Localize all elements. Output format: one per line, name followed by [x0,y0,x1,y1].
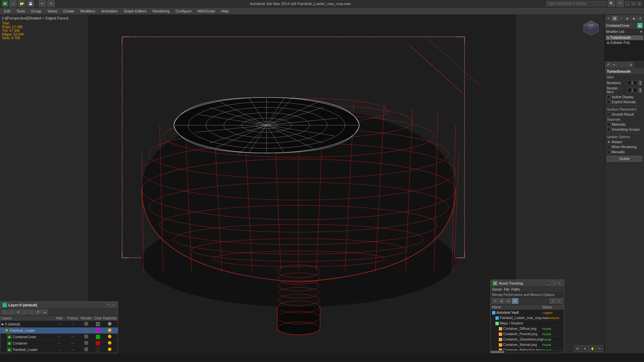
at-scrollbar[interactable] [491,350,564,353]
motion-tab[interactable]: ▶ [625,15,631,21]
orbit-btn[interactable]: ↻ [596,345,603,352]
layer-row[interactable]: ▶ 0 (default) — — [0,321,118,327]
layer-row[interactable]: ▦ Paintball_Loader — — [0,347,118,353]
layer-radiosity-1[interactable] [103,328,116,333]
layers-delete-btn[interactable]: − [8,309,14,315]
layer-radiosity-2[interactable] [103,335,116,339]
menu-create[interactable]: Create [60,8,77,14]
layers-expand-btn[interactable]: ▼ [35,309,41,315]
layer-color-0[interactable] [93,322,103,326]
ts-renderiters-input[interactable] [627,88,637,93]
layer-radiosity-3[interactable] [103,341,116,346]
redo-btn[interactable]: ↪ [47,0,55,7]
at-row[interactable]: Container_Refraction.png Found [491,348,564,350]
help-btn[interactable]: ? [616,0,624,7]
layers-help-btn[interactable]: ? [106,303,110,307]
layer-freeze-0[interactable]: — [66,322,79,326]
ts-always-radio[interactable] [607,140,610,144]
config-btn[interactable]: ⚙ [611,62,616,67]
search-btn[interactable]: 🔍 [608,0,615,7]
layer-radiosity-4[interactable] [103,347,116,352]
layer-color-4[interactable] [93,348,103,352]
create-tab[interactable]: ✦ [605,15,611,21]
at-small-icon-btn[interactable]: ⊠ [512,298,518,304]
at-maximize-btn[interactable]: □ [552,281,556,286]
layer-render-2[interactable] [79,335,93,339]
layer-hide-0[interactable]: — [53,322,66,326]
at-row[interactable]: Container_Fresnel.png Found [491,331,564,337]
menu-edit[interactable]: Edit [1,8,13,14]
hierarchy-tab[interactable]: ⋄ [618,15,624,21]
menu-views[interactable]: Views [45,8,60,14]
layer-freeze-3[interactable]: — [66,342,79,345]
utilities-tab[interactable]: ⚙ [637,15,643,21]
layer-row[interactable]: ▦ ContainerCover — — [0,334,118,340]
modifier-item-turbosmooth[interactable]: TurboSmooth [605,35,643,40]
menu-group[interactable]: Group [29,8,44,14]
layers-current-btn[interactable]: ★ [15,309,21,315]
delete-mod-btn[interactable]: 🗑 [628,62,634,67]
layer-row[interactable]: ▦ Container — — [0,340,118,347]
menu-modifiers[interactable]: Modifiers [77,8,98,14]
menu-graph-editors[interactable]: Graph Editors [121,8,149,14]
move-up-btn[interactable]: ↑ [617,62,622,67]
ts-manually-radio[interactable] [607,150,610,154]
ts-ri-down[interactable]: ▼ [639,90,642,93]
at-menu-server[interactable]: Server [492,288,502,291]
layer-render-0[interactable] [79,322,93,326]
ts-iter-up[interactable]: ▲ [639,80,642,83]
layer-radiosity-0[interactable] [103,322,116,326]
close-btn[interactable]: × [637,1,642,6]
viewport[interactable]: [+][Perspective][Shaded + Edged Faces] T… [0,15,604,353]
object-color-swatch[interactable]: ■ [637,23,643,28]
ts-explicit-checkbox[interactable] [607,100,610,104]
at-list-view-btn[interactable]: ≡ [492,298,498,304]
ts-materials-checkbox[interactable] [607,123,610,126]
layer-hide-2[interactable]: — [53,335,66,339]
undo-btn[interactable]: ↩ [39,0,46,7]
menu-maxscript[interactable]: MAXScript [195,8,218,14]
at-row[interactable]: Container_Glossiness.png Found [491,337,564,342]
modifier-item-editablepoly[interactable]: Editable Poly [605,40,643,45]
menu-rendering[interactable]: Rendering [150,8,172,14]
ts-isoline-checkbox[interactable] [607,95,610,99]
at-row[interactable]: Container_Diffuse.png Found [491,326,564,331]
pin-btn[interactable]: 📌 [605,62,611,67]
ts-smoothgroups-checkbox[interactable] [607,128,610,131]
modifier-dropdown-arrow[interactable]: ▼ [640,30,643,34]
at-large-icon-btn[interactable]: ⊟ [505,298,512,304]
layer-row[interactable]: 📦 Paintball_Loader — — [0,327,118,334]
layer-freeze-4[interactable]: — [66,348,79,351]
at-row[interactable]: Maps / Shaders [491,321,564,326]
nav-cube[interactable]: TOP [581,18,601,38]
maximize-btn[interactable]: □ [631,1,636,6]
move-down-btn[interactable]: ↓ [623,62,628,67]
layers-collapse-btn[interactable]: ▲ [42,309,48,315]
layers-add-sel-btn[interactable]: → [22,309,28,315]
zoom-extents-btn[interactable]: ⊞ [574,345,581,352]
at-row[interactable]: Container_Normal.png Found [491,342,564,348]
ts-iter-down[interactable]: ▼ [639,83,642,85]
pan-btn[interactable]: ✋ [589,345,596,352]
layer-render-1[interactable] [79,328,93,333]
at-row[interactable]: Paintball_Loader_max_vray.max Network [491,315,564,321]
ts-smoothresult-checkbox[interactable] [607,113,610,116]
at-menu-paths[interactable]: Paths [512,288,520,291]
app-icon-btn[interactable]: M [2,1,8,7]
minimize-btn[interactable]: _ [625,1,630,6]
ts-update-btn[interactable]: Update [607,156,642,162]
layers-new-btn[interactable]: + [2,309,8,315]
layer-freeze-1[interactable]: — [66,329,79,332]
save-btn[interactable]: 💾 [27,0,34,7]
menu-tools[interactable]: Tools [14,8,28,14]
modify-tab active[interactable]: ⊞ [612,15,618,21]
layer-hide-3[interactable]: — [53,342,66,345]
layer-render-4[interactable] [79,347,93,352]
layer-render-3[interactable] [79,341,93,346]
layer-color-3[interactable] [93,341,103,345]
layer-freeze-2[interactable]: — [66,335,79,339]
menu-animation[interactable]: Animation [99,8,120,14]
layer-color-2[interactable] [93,335,103,339]
menu-help[interactable]: Help [218,8,231,14]
layer-hide-4[interactable]: — [53,348,66,351]
